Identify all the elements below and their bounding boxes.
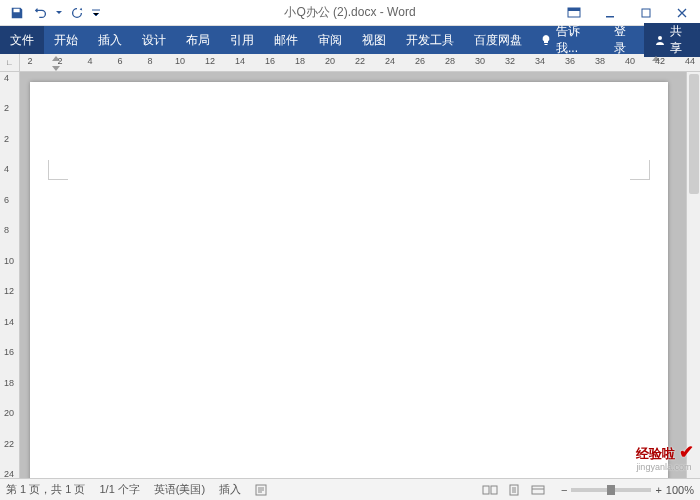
status-language[interactable]: 英语(美国) xyxy=(154,482,205,497)
undo-dropdown[interactable] xyxy=(54,2,64,24)
svg-rect-2 xyxy=(606,16,614,18)
watermark-main: 经验啦 xyxy=(636,446,675,461)
watermark-sub: jingyanla.com xyxy=(636,463,694,472)
vruler-tick: 16 xyxy=(4,347,14,357)
document-canvas[interactable] xyxy=(20,72,686,478)
zoom-percent[interactable]: 100% xyxy=(666,484,694,496)
vruler-tick: 24 xyxy=(4,469,14,479)
hruler-tick: 20 xyxy=(325,56,335,66)
watermark: 经验啦 ✔ jingyanla.com xyxy=(636,441,694,472)
undo-button[interactable] xyxy=(30,2,52,24)
tab-mailings[interactable]: 邮件 xyxy=(264,26,308,54)
hruler-tick: 22 xyxy=(355,56,365,66)
vertical-scrollbar[interactable] xyxy=(686,72,700,478)
tab-layout[interactable]: 布局 xyxy=(176,26,220,54)
hruler-tick: 28 xyxy=(445,56,455,66)
status-bar: 第 1 页，共 1 页 1/1 个字 英语(美国) 插入 − + 100% xyxy=(0,478,700,500)
tab-developer[interactable]: 开发工具 xyxy=(396,26,464,54)
tab-insert[interactable]: 插入 xyxy=(88,26,132,54)
zoom-control: − + 100% xyxy=(561,484,694,496)
vruler-tick: 12 xyxy=(4,286,14,296)
hruler-tick: 24 xyxy=(385,56,395,66)
svg-rect-9 xyxy=(532,486,544,494)
status-trackchanges[interactable] xyxy=(255,484,269,496)
view-read-button[interactable] xyxy=(481,483,499,497)
hruler-tick: 32 xyxy=(505,56,515,66)
status-insert-mode[interactable]: 插入 xyxy=(219,482,241,497)
save-button[interactable] xyxy=(6,2,28,24)
tab-home[interactable]: 开始 xyxy=(44,26,88,54)
hruler-tick: 38 xyxy=(595,56,605,66)
svg-rect-1 xyxy=(568,8,580,11)
hruler-tick: 42 xyxy=(655,56,665,66)
view-buttons xyxy=(481,483,547,497)
quick-access-toolbar xyxy=(0,2,102,24)
vruler-tick: 2 xyxy=(4,134,9,144)
redo-button[interactable] xyxy=(66,2,88,24)
svg-rect-6 xyxy=(483,486,489,494)
hruler-tick: 8 xyxy=(147,56,152,66)
ribbon-tabs: 文件 开始 插入 设计 布局 引用 邮件 审阅 视图 开发工具 百度网盘 告诉我… xyxy=(0,26,700,54)
hruler-tick: 34 xyxy=(535,56,545,66)
hruler-tick: 12 xyxy=(205,56,215,66)
hruler-tick: 36 xyxy=(565,56,575,66)
tab-baidu[interactable]: 百度网盘 xyxy=(464,26,532,54)
vruler-tick: 20 xyxy=(4,408,14,418)
hruler-tick: 4 xyxy=(87,56,92,66)
window-title: 小Q办公 (2).docx - Word xyxy=(284,4,415,21)
zoom-slider-thumb[interactable] xyxy=(607,485,615,495)
lightbulb-icon xyxy=(540,34,552,46)
view-print-button[interactable] xyxy=(505,483,523,497)
hruler-tick: 44 xyxy=(685,56,695,66)
tell-me-search[interactable]: 告诉我... xyxy=(532,26,606,54)
vruler-tick: 8 xyxy=(4,225,9,235)
zoom-slider[interactable] xyxy=(571,488,651,492)
horizontal-ruler-row: ∟ 22468101214161820222426283032343638404… xyxy=(0,54,700,72)
hruler-tick: 2 xyxy=(57,56,62,66)
vruler-tick: 4 xyxy=(4,73,9,83)
hruler-tick: 30 xyxy=(475,56,485,66)
tab-review[interactable]: 审阅 xyxy=(308,26,352,54)
document-page[interactable] xyxy=(30,82,668,478)
checkmark-icon: ✔ xyxy=(679,442,694,462)
status-page[interactable]: 第 1 页，共 1 页 xyxy=(6,482,85,497)
hruler-tick: 10 xyxy=(175,56,185,66)
svg-point-4 xyxy=(658,36,662,40)
margin-marker-top-left xyxy=(48,160,68,180)
share-icon xyxy=(654,34,666,46)
tab-view[interactable]: 视图 xyxy=(352,26,396,54)
tab-design[interactable]: 设计 xyxy=(132,26,176,54)
title-filename: 小Q办公 (2).docx xyxy=(284,5,376,19)
tell-me-text: 告诉我... xyxy=(556,23,598,57)
login-button[interactable]: 登录 xyxy=(606,23,644,57)
scrollbar-thumb[interactable] xyxy=(689,74,699,194)
svg-rect-7 xyxy=(491,486,497,494)
vruler-tick: 6 xyxy=(4,195,9,205)
hruler-tick: 2 xyxy=(27,56,32,66)
margin-marker-top-right xyxy=(630,160,650,180)
vruler-tick: 22 xyxy=(4,439,14,449)
document-area: 4224681012141618202224 xyxy=(0,72,700,478)
qat-customize-dropdown[interactable] xyxy=(90,2,102,24)
ruler-corner: ∟ xyxy=(0,54,20,71)
vruler-tick: 2 xyxy=(4,103,9,113)
hruler-tick: 6 xyxy=(117,56,122,66)
zoom-out-button[interactable]: − xyxy=(561,484,567,496)
tab-references[interactable]: 引用 xyxy=(220,26,264,54)
hruler-tick: 16 xyxy=(265,56,275,66)
hruler-tick: 26 xyxy=(415,56,425,66)
share-label: 共享 xyxy=(670,23,690,57)
vertical-ruler[interactable]: 4224681012141618202224 xyxy=(0,72,20,478)
share-button[interactable]: 共享 xyxy=(644,23,700,57)
hruler-tick: 40 xyxy=(625,56,635,66)
status-wordcount[interactable]: 1/1 个字 xyxy=(99,482,139,497)
tab-file[interactable]: 文件 xyxy=(0,26,44,54)
vruler-tick: 10 xyxy=(4,256,14,266)
svg-rect-3 xyxy=(642,9,650,17)
title-appname: Word xyxy=(387,5,415,19)
track-changes-icon xyxy=(255,484,269,496)
zoom-in-button[interactable]: + xyxy=(655,484,661,496)
hruler-tick: 14 xyxy=(235,56,245,66)
horizontal-ruler[interactable]: 2246810121416182022242628303234363840424… xyxy=(20,54,700,71)
view-web-button[interactable] xyxy=(529,483,547,497)
